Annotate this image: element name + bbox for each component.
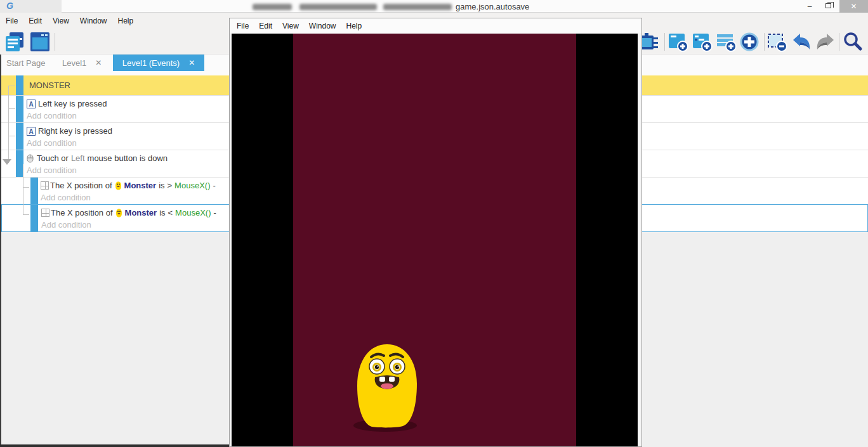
menu-window[interactable]: Window [309, 22, 336, 30]
add-other-event-icon[interactable] [739, 32, 760, 52]
expression: MouseX() [174, 181, 210, 190]
menu-edit[interactable]: Edit [29, 16, 42, 25]
add-event-icon[interactable] [668, 32, 688, 52]
add-condition-link[interactable]: Add condition [27, 165, 77, 175]
condition-text: Left key is pressed [38, 99, 107, 108]
monster-object-icon [115, 209, 122, 217]
menu-view[interactable]: View [53, 16, 69, 25]
tree-line [8, 108, 15, 109]
toolbar-separator [764, 33, 765, 51]
tab-label: Start Page [6, 58, 45, 68]
redacted-title-text [299, 4, 377, 10]
position-icon [41, 181, 49, 190]
monster-object-icon [115, 181, 122, 190]
comment-text: MONSTER [29, 81, 70, 90]
close-tab-icon[interactable]: ✕ [188, 58, 195, 67]
toolbar-separator [839, 33, 839, 51]
add-condition-link[interactable]: Add condition [41, 193, 91, 202]
condition-text: Touch or [37, 153, 69, 163]
title-bar: G game.json.autosave – ✕ [0, 0, 868, 13]
game-preview-window: File Edit View Window Help [229, 18, 642, 447]
event-bar [16, 123, 23, 150]
operator: > [168, 181, 173, 190]
operator: < [168, 208, 173, 217]
menu-file[interactable]: File [237, 22, 249, 30]
delete-event-icon[interactable] [767, 32, 787, 52]
redacted-title-text [253, 4, 292, 10]
condition-text: - [213, 208, 216, 217]
tab-label: Level1 [62, 58, 86, 68]
keyboard-icon: A [27, 100, 36, 108]
menu-help[interactable]: Help [118, 16, 134, 25]
add-subevent-icon[interactable] [692, 32, 713, 52]
tab-level1[interactable]: Level1 ✕ [62, 55, 102, 71]
gdevelop-logo-icon: G [6, 1, 13, 11]
condition-text: mouse button is down [88, 153, 168, 163]
tab-start-page[interactable]: Start Page [6, 55, 45, 71]
condition-text: - [213, 181, 215, 190]
condition-text: is [159, 208, 165, 217]
tree-line [8, 86, 15, 86]
events-editor-icon[interactable] [4, 32, 25, 52]
tree-line [23, 214, 29, 215]
close-tab-icon[interactable]: ✕ [95, 58, 102, 67]
game-canvas[interactable] [232, 34, 638, 446]
tree-line [8, 86, 9, 163]
collapse-expander-icon[interactable] [3, 159, 11, 165]
condition-text: Right key is pressed [38, 126, 112, 136]
event-bar [16, 96, 23, 122]
event-bar [30, 205, 38, 231]
tree-line [8, 136, 15, 136]
menu-file[interactable]: File [6, 16, 18, 25]
menu-window[interactable]: Window [80, 16, 107, 25]
expression: MouseX() [175, 208, 211, 217]
condition-text: The X position of [50, 181, 112, 190]
add-condition-link[interactable]: Add condition [27, 138, 77, 148]
minimize-button[interactable]: – [801, 0, 819, 13]
position-icon [41, 209, 49, 217]
redacted-title-text [383, 4, 452, 10]
window-title: game.json.autosave [456, 2, 529, 11]
menu-edit[interactable]: Edit [259, 22, 272, 30]
monster-sprite [346, 343, 428, 432]
add-comment-icon[interactable] [716, 32, 737, 52]
toolbar-separator [55, 33, 55, 51]
toolbar-separator [664, 33, 665, 51]
condition-text: The X position of [51, 208, 113, 217]
preview-menu-bar: File Edit View Window Help [230, 18, 641, 33]
tab-level1-events[interactable]: Level1 (Events) ✕ [113, 55, 204, 71]
tab-label: Level1 (Events) [122, 58, 180, 68]
menu-view[interactable]: View [282, 22, 299, 30]
menu-help[interactable]: Help [346, 22, 362, 30]
keyboard-icon: A [27, 127, 36, 136]
mouse-icon [27, 154, 34, 163]
event-bar [30, 178, 38, 204]
object-name: Monster [125, 208, 157, 217]
add-condition-link[interactable]: Add condition [27, 111, 77, 120]
restore-icon [825, 3, 831, 8]
close-button[interactable]: ✕ [839, 0, 868, 13]
panel-left-edge [0, 55, 1, 445]
game-arena [293, 34, 576, 446]
condition-param: Left [71, 153, 85, 163]
undo-icon[interactable] [791, 32, 812, 52]
scene-editor-icon[interactable] [30, 32, 50, 52]
app-logo-zone: G [0, 0, 62, 13]
search-icon[interactable] [843, 32, 863, 52]
tree-line [23, 164, 23, 215]
redo-icon[interactable] [815, 32, 836, 52]
restore-button[interactable] [820, 0, 838, 13]
object-name: Monster [124, 181, 157, 190]
event-bar [16, 75, 23, 95]
panel-bottom-edge [0, 444, 230, 447]
condition-text: is [159, 181, 164, 190]
tree-line [23, 187, 29, 188]
add-condition-link[interactable]: Add condition [41, 220, 91, 230]
